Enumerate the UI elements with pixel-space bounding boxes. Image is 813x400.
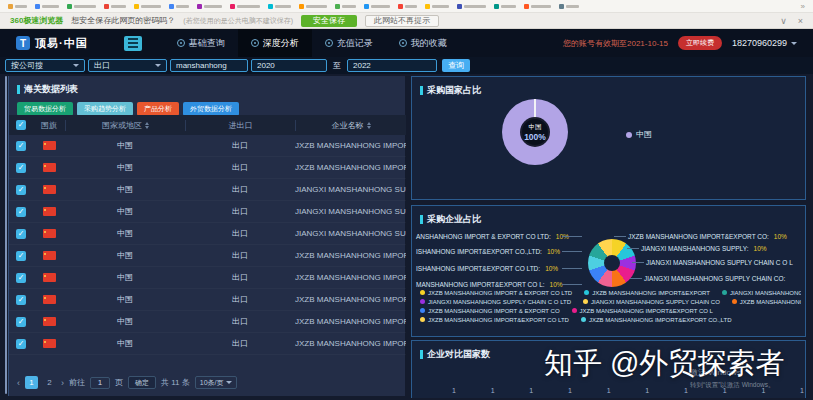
bookmark-item[interactable] bbox=[268, 4, 291, 9]
col-company[interactable]: 企业名称 bbox=[295, 120, 406, 131]
main-nav: 基础查询深度分析充值记录我的收藏 bbox=[164, 29, 460, 57]
goto-page-input[interactable] bbox=[90, 377, 110, 389]
select-all-checkbox[interactable] bbox=[16, 120, 26, 130]
legend-item[interactable]: JXZB MANSHANHONG IMPORT & EXPORT CO LTD bbox=[420, 290, 572, 296]
table-row[interactable]: 中国出口JXZB MANSHANHONG IMPORT ... bbox=[9, 245, 406, 267]
row-checkbox[interactable] bbox=[16, 317, 26, 327]
analysis-button[interactable]: 贸易数据分析 bbox=[17, 102, 73, 116]
legend-item[interactable]: JXZB MANSHANHONG IMPORT & EXPORT bbox=[732, 299, 801, 305]
bookmark-label-stub bbox=[501, 5, 516, 8]
legend-dot bbox=[420, 317, 425, 322]
legend-item[interactable]: JXZB MANSHANHONG IMPORT&EXPORT CO LTD bbox=[420, 317, 569, 323]
renew-button[interactable]: 立即续费 bbox=[678, 36, 722, 50]
legend-dot bbox=[722, 290, 727, 295]
row-checkbox[interactable] bbox=[16, 229, 26, 239]
row-company-name: JXZB MANSHANHONG IMPORT ... bbox=[295, 273, 406, 282]
table-row[interactable]: 中国出口JXZB MANSHANHONG IMPORT... bbox=[9, 157, 406, 179]
bookmark-item[interactable] bbox=[230, 4, 260, 9]
bookmark-item[interactable] bbox=[524, 4, 551, 9]
bookmark-item[interactable] bbox=[335, 4, 356, 9]
prev-page-button[interactable]: ‹ bbox=[17, 378, 20, 388]
bookmark-item[interactable] bbox=[67, 4, 96, 9]
legend-item[interactable]: JIANGXI MANSHANHONG SUPPLY CHAIN C O LTD bbox=[420, 299, 571, 305]
bookmark-item[interactable] bbox=[398, 4, 417, 9]
bookmarks-overflow-icon[interactable]: » bbox=[801, 2, 805, 11]
row-checkbox[interactable] bbox=[16, 273, 26, 283]
analysis-button[interactable]: 外贸数据分析 bbox=[183, 102, 239, 116]
col-country[interactable]: 国家或地区 bbox=[65, 120, 185, 131]
bookmark-item[interactable] bbox=[197, 4, 222, 9]
bookmark-item[interactable] bbox=[35, 4, 59, 9]
legend-item[interactable]: JXZB MANSHANHONG IMPORT&EXPORT CO L bbox=[572, 308, 713, 314]
year-from-input[interactable] bbox=[251, 59, 327, 72]
close-icon[interactable]: × bbox=[798, 16, 803, 26]
table-row[interactable]: 中国出口JXZB MANSHANHONG IMPORT ... bbox=[9, 267, 406, 289]
page-size-select[interactable]: 10条/页 bbox=[195, 376, 238, 389]
row-checkbox[interactable] bbox=[16, 185, 26, 195]
collapse-icon[interactable]: ∨ bbox=[780, 16, 787, 26]
nav-item[interactable]: 我的收藏 bbox=[386, 29, 460, 57]
table-row[interactable]: 中国出口JXZB MANSHANHONG IMPORT... bbox=[9, 333, 406, 355]
panel-title: 采购企业占比 bbox=[412, 206, 805, 226]
analysis-button[interactable]: 采购趋势分析 bbox=[77, 102, 133, 116]
analysis-button[interactable]: 产品分析 bbox=[137, 102, 179, 116]
x-tick-label: 1 bbox=[645, 387, 649, 394]
country-share-title: 采购国家占比 bbox=[427, 84, 481, 97]
password-save-message: 想安全保存此网页的密码吗？ bbox=[71, 15, 175, 26]
row-checkbox[interactable] bbox=[16, 339, 26, 349]
trade-type-select[interactable]: 出口 bbox=[88, 59, 167, 72]
row-checkbox[interactable] bbox=[16, 251, 26, 261]
bookmark-label-stub bbox=[306, 5, 327, 8]
table-row[interactable]: 中国出口JIANGXI MANSHANHONG SUPPLY bbox=[9, 179, 406, 201]
goto-confirm-button[interactable]: 确定 bbox=[128, 376, 156, 389]
label-connector-line bbox=[562, 268, 582, 269]
page-2-button[interactable]: 2 bbox=[43, 376, 56, 389]
table-row[interactable]: 中国出口JXZB MANSHANHONG IMPORT ... bbox=[9, 135, 406, 157]
legend-item[interactable]: JXZB MANSHANHONG IMPORT&EXPORT CO.,LTD bbox=[581, 317, 732, 323]
year-to-input[interactable] bbox=[347, 59, 437, 72]
legend-label: JXZB MANSHANHONG IMPORT & EXPORT bbox=[740, 299, 801, 305]
bookmark-item[interactable] bbox=[364, 4, 390, 9]
sort-icon[interactable] bbox=[145, 122, 149, 129]
account-menu[interactable]: 18270960299 bbox=[732, 38, 797, 48]
row-checkbox[interactable] bbox=[16, 163, 26, 173]
company-pie-chart[interactable] bbox=[588, 239, 636, 287]
legend-item[interactable]: JXZB MANSHANHONG IMPORT&EXPORT bbox=[584, 290, 710, 296]
sort-icon[interactable] bbox=[367, 122, 371, 129]
bookmark-item[interactable] bbox=[169, 4, 189, 9]
next-page-button[interactable]: › bbox=[61, 378, 64, 388]
nav-item[interactable]: 充值记录 bbox=[312, 29, 386, 57]
keyword-input[interactable] bbox=[170, 59, 248, 72]
scrollbar[interactable] bbox=[5, 76, 7, 394]
bookmark-item[interactable] bbox=[494, 4, 516, 9]
page-1-button[interactable]: 1 bbox=[25, 376, 38, 389]
bookmark-item[interactable] bbox=[425, 4, 449, 9]
save-password-button[interactable]: 安全保存 bbox=[301, 15, 357, 27]
row-checkbox[interactable] bbox=[16, 141, 26, 151]
table-row[interactable]: 中国出口JXZB MANSHANHONG IMPORT... bbox=[9, 289, 406, 311]
menu-toggle-button[interactable] bbox=[124, 36, 142, 51]
bookmark-item[interactable] bbox=[299, 4, 327, 9]
row-checkbox[interactable] bbox=[16, 295, 26, 305]
bookmark-item[interactable] bbox=[104, 4, 126, 9]
search-button[interactable]: 查询 bbox=[442, 59, 470, 72]
legend-dot bbox=[420, 308, 425, 313]
bookmark-item[interactable] bbox=[457, 4, 486, 9]
dismiss-prompt-button[interactable]: 此网站不再提示 bbox=[365, 15, 439, 27]
bookmark-item[interactable] bbox=[134, 4, 161, 9]
table-row[interactable]: 中国出口JIANGXI MANSHANHONG SUPP... bbox=[9, 223, 406, 245]
bookmark-favicon bbox=[8, 4, 13, 9]
nav-item[interactable]: 基础查询 bbox=[164, 29, 238, 57]
row-checkbox[interactable] bbox=[16, 207, 26, 217]
nav-item[interactable]: 深度分析 bbox=[238, 29, 312, 57]
table-row[interactable]: 中国出口JXZB MANSHANHONG IMPORT... bbox=[9, 311, 406, 333]
bookmark-item[interactable] bbox=[559, 4, 579, 9]
search-type-select[interactable]: 按公司搜 bbox=[5, 59, 85, 72]
legend-item[interactable]: JXZB MANSHANHONG IMPORT & EXPORT CO bbox=[420, 308, 560, 314]
bookmark-item[interactable] bbox=[8, 4, 27, 9]
legend-item[interactable]: JIANGXI MANSHANHONG SUPPLY CHAIN CO bbox=[583, 299, 720, 305]
table-row[interactable]: 中国出口JIANGXI MANSHANHONG SUPP... bbox=[9, 201, 406, 223]
legend-item[interactable]: JIANGXI MANSHANHONG SUPPLY bbox=[722, 290, 801, 296]
country-legend[interactable]: 中国 bbox=[626, 129, 652, 140]
legend-label: JXZB MANSHANHONG IMPORT&EXPORT CO L bbox=[580, 308, 713, 314]
